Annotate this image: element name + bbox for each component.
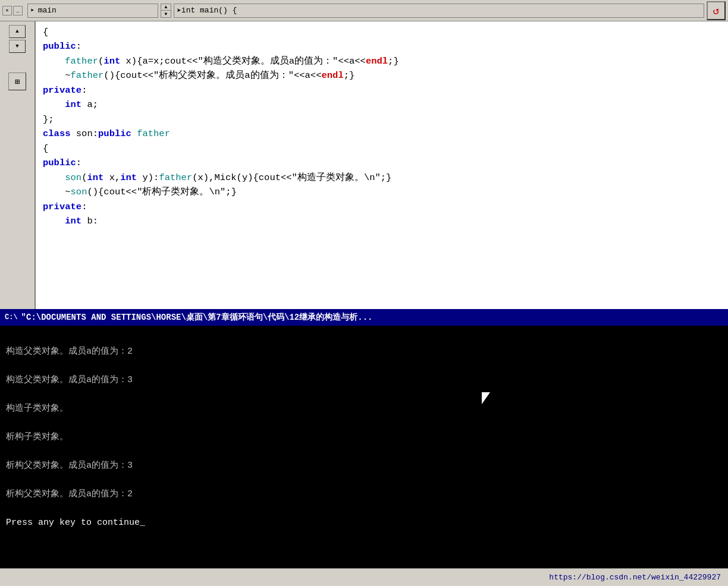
code-line-1: { [43, 25, 721, 39]
top-toolbar: ✕ _ ➤ main ▲ ▼ ➤ int main() { ↺ [0, 0, 728, 21]
code-line-13: private: [43, 200, 721, 214]
nav-down-btn[interactable]: ▼ [161, 11, 171, 17]
scroll-hint-icon[interactable]: ⊞ [8, 73, 26, 90]
code-editor[interactable]: { public: father(int x){a=x;cout<<"构造父类对… [36, 21, 728, 330]
output-line-4: 析构子类对象。 [6, 430, 722, 445]
code-line-10: public: [43, 156, 721, 170]
nav-arrow-icon: ➤ [30, 7, 34, 14]
nav-stepper[interactable]: ▲ ▼ [161, 4, 171, 18]
func-arrow-icon: ➤ [177, 6, 181, 15]
code-line-6: int a; [43, 97, 721, 112]
console-output: 构造父类对象。成员a的值为：2 构造父类对象。成员a的值为：3 构造子类对象。 … [0, 326, 728, 549]
code-line-4: ~father(){cout<<"析构父类对象。成员a的值为："<<a<<end… [43, 68, 721, 83]
refresh-button[interactable]: ↺ [707, 1, 726, 20]
output-line-2: 构造父类对象。成员a的值为：3 [6, 373, 722, 387]
console-title: "C:\DOCUMENTS AND SETTINGS\HORSE\桌面\第7章循… [21, 312, 373, 323]
output-line-3: 构造子类对象。 [6, 402, 722, 416]
output-line-6: 析构父类对象。成员a的值为：2 [6, 487, 722, 502]
code-line-11: son(int x,int y):father(x),Mick(y){cout<… [43, 171, 721, 185]
status-bar: https://blog.csdn.net/weixin_44229927 [0, 568, 728, 586]
code-line-5: private: [43, 83, 721, 97]
console-area: C:\ "C:\DOCUMENTS AND SETTINGS\HORSE\桌面\… [0, 309, 728, 568]
code-line-12: ~son(){cout<<"析构子类对象。\n";} [43, 185, 721, 199]
close-button[interactable]: ✕ [2, 6, 12, 15]
output-line-1: 构造父类对象。成员a的值为：2 [6, 345, 722, 359]
code-editor-wrapper: ▲ ▼ ⊞ { public: father(int x){a=x;cout<<… [0, 21, 728, 330]
console-icon: C:\ [5, 313, 18, 322]
func-dropdown[interactable]: ➤ int main() { [174, 4, 704, 18]
nav-dropdown[interactable]: ➤ main [27, 4, 158, 18]
console-title-bar: C:\ "C:\DOCUMENTS AND SETTINGS\HORSE\桌面\… [0, 309, 728, 326]
code-line-7: }; [43, 112, 721, 127]
minimize-button[interactable]: _ [13, 6, 23, 15]
code-line-8: class son:public father [43, 127, 721, 141]
code-line-14: int b: [43, 214, 721, 228]
code-line-3: father(int x){a=x;cout<<"构造父类对象。成员a的值为："… [43, 54, 721, 68]
nav-up-btn[interactable]: ▲ [161, 4, 171, 11]
nav-label: main [38, 6, 57, 15]
output-line-5: 析构父类对象。成员a的值为：3 [6, 459, 722, 473]
left-scrollbar: ▲ ▼ ⊞ [0, 21, 36, 330]
press-any-key: Press any key to continue_ [6, 518, 145, 528]
func-label: int main() { [181, 6, 237, 15]
code-line-9: { [43, 141, 721, 156]
window-controls: ✕ _ [2, 6, 23, 15]
code-line-2: public: [43, 39, 721, 53]
scroll-down-button[interactable]: ▼ [9, 40, 26, 53]
status-url: https://blog.csdn.net/weixin_44229927 [549, 573, 721, 582]
scroll-up-button[interactable]: ▲ [9, 25, 26, 38]
